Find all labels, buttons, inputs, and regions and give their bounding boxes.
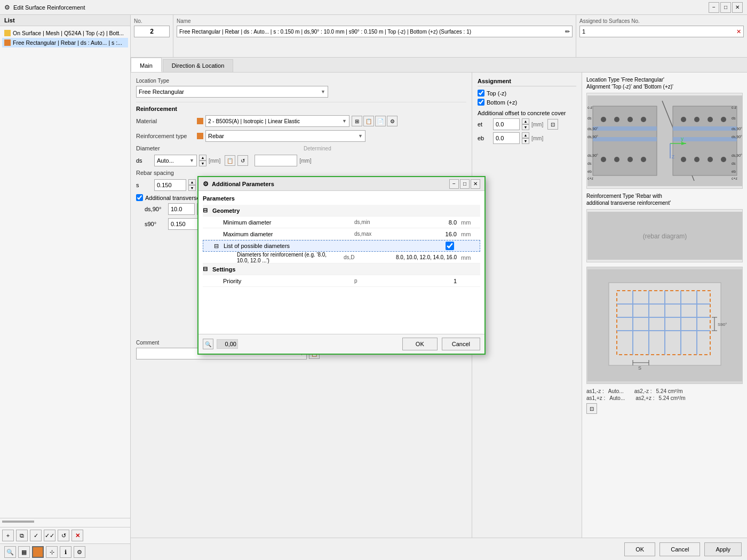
ds-down[interactable]: ▼	[199, 161, 206, 166]
as2z-value: 5.24 cm²/m	[656, 388, 683, 394]
dialog-ok-button[interactable]: OK	[402, 338, 438, 350]
grid-svg: S S90°	[587, 269, 742, 381]
list-item-active[interactable]: Free Rectangular | Rebar | ds : Auto... …	[2, 38, 128, 47]
et-spinner[interactable]: ▲ ▼	[522, 118, 529, 130]
material-select[interactable]: 2 - B500S(A) | Isotropic | Linear Elasti…	[205, 115, 349, 127]
s-label: s	[136, 182, 152, 188]
dialog-value-input[interactable]	[217, 339, 238, 349]
s90-input[interactable]: 0.150	[168, 218, 200, 230]
ok-button[interactable]: OK	[624, 542, 655, 556]
color-btn[interactable]	[32, 546, 44, 558]
ds-select[interactable]: Auto... ▼	[154, 155, 197, 166]
svg-point-5	[614, 117, 619, 122]
svg-text:c-z: c-z	[732, 106, 737, 109]
dialog-cancel-button[interactable]: Cancel	[442, 338, 480, 350]
diagram-title1: Location Type 'Free Rectangular'	[586, 77, 743, 83]
s-spinner[interactable]: ▲ ▼	[188, 179, 196, 191]
undo-btn[interactable]: ↺	[58, 530, 69, 541]
s-input[interactable]: 0.150	[154, 179, 186, 191]
cancel-button[interactable]: Cancel	[659, 542, 700, 556]
top-checkbox[interactable]	[478, 90, 484, 97]
ds90-input[interactable]: 10.0	[168, 203, 195, 215]
tab-main[interactable]: Main	[131, 58, 162, 72]
svg-point-16	[601, 157, 606, 162]
ds-up[interactable]: ▲	[199, 155, 206, 161]
s-up[interactable]: ▲	[188, 179, 196, 185]
no-label: No.	[134, 18, 170, 24]
type-color-icon	[197, 133, 203, 139]
list-diameters-checkbox[interactable]	[446, 242, 454, 250]
eb-down[interactable]: ▼	[522, 138, 529, 144]
settings-btn[interactable]: ⚙	[74, 546, 85, 558]
svg-text:y: y	[681, 136, 684, 142]
add-btn[interactable]: +	[2, 530, 14, 541]
diagram-subtitle2: additional transverse reinforcement'	[586, 200, 743, 206]
eb-input[interactable]: 0.0	[493, 132, 520, 144]
search-btn[interactable]: 🔍	[4, 546, 16, 558]
tab-direction[interactable]: Direction & Location	[163, 59, 233, 72]
eb-spinner[interactable]: ▲ ▼	[522, 132, 529, 144]
cross-section-diagram: y z c-z ds ds,90° ds,90° ds,90° ds eb c+…	[586, 93, 743, 189]
list-items: On Surface | Mesh | Q524A | Top (-z) | B…	[0, 26, 130, 274]
delete-btn[interactable]: ✕	[71, 530, 83, 541]
eb-label: eb	[478, 135, 491, 141]
close-btn[interactable]: ✕	[732, 2, 743, 13]
material-icon1[interactable]: ⊞	[352, 116, 362, 126]
et-calc-icon[interactable]: ⊡	[547, 119, 558, 130]
ds-icon2[interactable]: ↺	[237, 155, 248, 166]
location-type-value: Free Rectangular	[139, 89, 184, 95]
location-type-select[interactable]: Free Rectangular ▼	[136, 86, 328, 98]
bottom-checkbox[interactable]	[478, 99, 484, 106]
min-diameter-unit: mm	[459, 219, 480, 226]
svg-point-9	[694, 117, 700, 122]
eb-up[interactable]: ▲	[522, 132, 529, 138]
material-value: 2 - B500S(A) | Isotropic | Linear Elasti…	[208, 118, 300, 124]
settings-section[interactable]: ⊟ Settings	[203, 263, 480, 275]
maximize-btn[interactable]: □	[720, 2, 731, 13]
geometry-section[interactable]: ⊟ Geometry	[203, 205, 480, 217]
et-up[interactable]: ▲	[522, 118, 529, 124]
table-btn[interactable]: ▦	[18, 546, 30, 558]
svg-point-4	[601, 117, 606, 122]
list-item[interactable]: On Surface | Mesh | Q524A | Top (-z) | B…	[2, 28, 128, 38]
offset-label: Additional offset to concrete cover	[478, 110, 576, 116]
apply-button[interactable]: Apply	[704, 542, 742, 556]
settings-expand[interactable]: ⊟	[203, 266, 210, 273]
additional-params-dialog[interactable]: ⚙ Additional Parameters − □ ✕ Parameters…	[197, 176, 486, 355]
type-select[interactable]: Rebar ▼	[205, 130, 365, 142]
priority-label: Priority	[221, 278, 352, 284]
check-btn[interactable]: ✓	[30, 530, 42, 541]
material-icon2[interactable]: 📋	[363, 116, 374, 126]
svg-point-6	[627, 117, 633, 122]
geometry-expand[interactable]: ⊟	[203, 207, 210, 214]
s90-label: s90°	[145, 221, 166, 227]
name-edit-icon[interactable]: ✏	[565, 28, 570, 35]
select-btn[interactable]: ⊹	[46, 546, 58, 558]
ds-icon1[interactable]: 📋	[225, 155, 235, 166]
item-icon-2	[4, 39, 11, 46]
minimize-btn[interactable]: −	[709, 2, 719, 13]
check2-btn[interactable]: ✓✓	[44, 530, 55, 541]
s-down[interactable]: ▼	[188, 185, 196, 191]
et-input[interactable]: 0.0	[493, 118, 520, 130]
material-icon4[interactable]: ⚙	[387, 116, 398, 126]
ds-spinner[interactable]: ▲ ▼	[199, 155, 206, 166]
list-diameters-row[interactable]: ⊟ List of possible diameters	[203, 240, 480, 252]
list-diameters-expand[interactable]: ⊟	[214, 243, 221, 250]
ds-result-unit: [mm]	[299, 158, 311, 164]
dialog-maximize[interactable]: □	[460, 179, 470, 189]
copy-btn[interactable]: ⧉	[16, 530, 28, 541]
as2z-label: as2,-z :	[634, 388, 652, 394]
result-export-icon[interactable]: ⊡	[586, 403, 597, 414]
et-down[interactable]: ▼	[522, 124, 529, 130]
info-btn[interactable]: ℹ	[60, 546, 71, 558]
name-value[interactable]: Free Rectangular | Rebar | ds : Auto... …	[177, 26, 573, 37]
transverse-checkbox[interactable]	[136, 194, 143, 201]
material-icon3[interactable]: 📄	[375, 116, 386, 126]
dialog-close[interactable]: ✕	[471, 179, 480, 189]
assigned-clear-icon[interactable]: ✕	[736, 28, 741, 35]
dialog-search-icon[interactable]: 🔍	[203, 339, 213, 349]
dialog-minimize[interactable]: −	[449, 179, 459, 189]
assigned-value[interactable]: 1 ✕	[579, 26, 744, 37]
material-row: Material 2 - B500S(A) | Isotropic | Line…	[136, 115, 466, 127]
